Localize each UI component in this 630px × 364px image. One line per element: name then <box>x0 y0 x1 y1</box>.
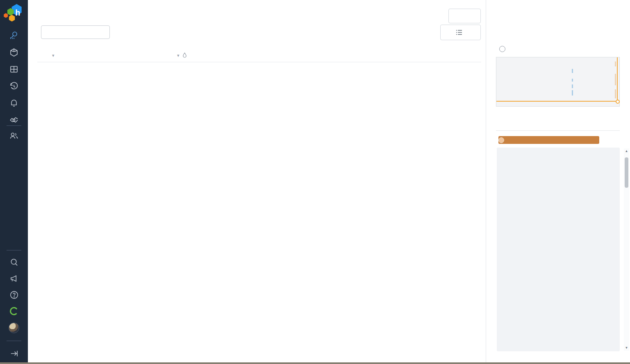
sort-chevron-icon: ▾ <box>52 53 55 58</box>
span-event-marker[interactable] <box>498 137 504 143</box>
heatmap-cell <box>572 79 573 82</box>
help-icon[interactable] <box>499 46 505 52</box>
next-match-button[interactable] <box>134 26 147 39</box>
main-content: ▾ ▾ <box>28 0 486 362</box>
detail-tabs <box>496 116 620 131</box>
sort-chevron-icon: ▾ <box>177 53 180 58</box>
svg-text:h: h <box>15 8 20 17</box>
heatmap-cell <box>572 90 573 96</box>
service-color-icon <box>182 52 187 58</box>
window-bottom-edge <box>0 362 630 364</box>
heatmap-cell <box>572 69 573 73</box>
sidebar-divider-3 <box>7 341 21 341</box>
heatmap-marker-line-h <box>496 101 619 102</box>
trace-view-app: h <box>0 0 630 364</box>
field-list-icon <box>456 30 462 35</box>
avatar[interactable] <box>9 323 19 333</box>
trace-waterfall-table: ▾ ▾ <box>37 48 481 62</box>
alerts-icon[interactable] <box>9 98 19 108</box>
span-detail-panel: ▲ ▼ <box>486 0 630 362</box>
duration-heatmap[interactable] <box>496 57 620 107</box>
sidebar: h <box>0 0 28 362</box>
search-icon[interactable] <box>9 257 19 267</box>
scroll-up-icon[interactable]: ▲ <box>624 148 629 154</box>
span-event-bar[interactable] <box>498 136 599 144</box>
breadcrumb[interactable] <box>496 9 500 17</box>
status-ring-icon[interactable] <box>9 306 19 316</box>
prev-match-button[interactable] <box>116 26 128 39</box>
trace-header <box>28 0 486 25</box>
fields-button[interactable] <box>440 25 481 40</box>
collapse-icon[interactable] <box>9 348 19 358</box>
span-event-fields-card <box>497 148 620 351</box>
column-header-service[interactable]: ▾ <box>175 52 187 58</box>
column-header-name[interactable]: ▾ <box>50 52 55 58</box>
boards-icon[interactable] <box>9 64 19 74</box>
team-icon[interactable] <box>9 131 19 141</box>
sidebar-divider <box>7 125 21 126</box>
span-toolbar <box>28 25 486 48</box>
search-spans-input[interactable] <box>41 25 110 39</box>
table-header: ▾ ▾ <box>37 48 481 62</box>
heatmap-cell <box>615 89 616 98</box>
history-icon[interactable] <box>9 81 19 91</box>
help-icon[interactable] <box>9 290 19 300</box>
heatmap-marker-line-v <box>617 57 618 102</box>
announcements-icon[interactable] <box>9 273 19 283</box>
detail-scrollbar[interactable]: ▲ ▼ <box>624 148 629 351</box>
sidebar-divider-2 <box>7 250 21 250</box>
honeycomb-logo[interactable]: h <box>2 1 25 25</box>
query-icon[interactable] <box>9 31 19 41</box>
datasets-icon[interactable] <box>9 48 19 57</box>
heatmap-marker-handle[interactable] <box>616 100 620 104</box>
distribution-title <box>496 46 505 52</box>
scroll-down-icon[interactable]: ▼ <box>624 345 629 351</box>
heatmap-cell <box>615 61 616 66</box>
rerun-button[interactable] <box>448 9 481 23</box>
heatmap-cell <box>572 84 573 88</box>
heatmap-cell <box>615 74 616 85</box>
timeline-axis <box>263 48 481 62</box>
scrollbar-thumb[interactable] <box>625 157 628 188</box>
slo-icon[interactable] <box>9 115 19 125</box>
